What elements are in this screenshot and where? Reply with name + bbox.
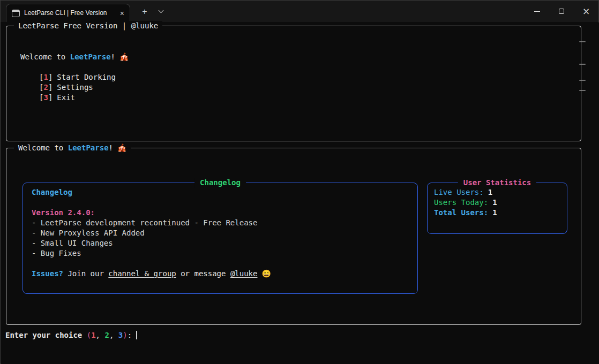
menu-label: Start Dorking: [57, 73, 116, 81]
close-button[interactable]: ×: [574, 1, 598, 22]
text-cursor: [136, 331, 137, 339]
stat-label: Live Users:: [434, 188, 484, 196]
circus-tent-emoji: 🎪: [117, 143, 126, 152]
menu-number: 1: [43, 73, 48, 81]
close-icon: ×: [582, 7, 590, 16]
console-app-icon: [12, 10, 20, 17]
menu-label: Settings: [57, 83, 93, 92]
choice-3: 3: [118, 331, 123, 339]
menu-label: Exit: [57, 93, 75, 102]
tab-leetparse-cli[interactable]: LeetParse CLI | Free Version | (×: [6, 4, 130, 22]
changelog-item: - LeetParse development recontinued - Fr…: [32, 218, 271, 228]
menu-item-exit: [3]Exit: [39, 93, 129, 103]
minimize-button[interactable]: [525, 1, 549, 22]
stats-box-title: User Statistics: [458, 178, 536, 188]
maximize-icon: [559, 9, 564, 14]
welcome-line: Welcome to LeetParse!🎪: [20, 52, 129, 62]
terminal-window: LeetParse CLI | Free Version | (× + × Le…: [0, 0, 599, 364]
stat-label: Users Today:: [434, 198, 488, 207]
panel-main-menu-title: LeetParse Free Version | @luuke: [14, 21, 162, 31]
panel-welcome: Welcome to LeetParse!🎪 Changelog Changel…: [6, 148, 581, 325]
stat-total-users: Total Users:1: [434, 208, 497, 218]
changelog-version: Version 2.4.0:: [32, 208, 271, 218]
brand-name: LeetParse: [68, 143, 109, 152]
new-tab-button[interactable]: +: [138, 5, 152, 18]
luuke-link[interactable]: @luuke: [230, 269, 258, 278]
chevron-down-icon: [158, 8, 163, 13]
issues-label: Issues?: [32, 269, 63, 278]
channel-group-link[interactable]: channel & group: [108, 269, 176, 278]
scrollbar-mark: [579, 41, 586, 42]
tab-dropdown-button[interactable]: [154, 5, 168, 18]
changelog-box: Changelog Changelog Version 2.4.0: - Lee…: [23, 183, 418, 294]
changelog-item: - Small UI Changes: [32, 238, 271, 248]
main-menu: [1]Start Dorking [2]Settings [3]Exit: [39, 72, 129, 103]
stat-label: Total Users:: [434, 208, 488, 217]
panel-main-menu: LeetParse Free Version | @luuke Welcome …: [6, 26, 581, 141]
maximize-button[interactable]: [549, 1, 574, 22]
stat-value: 1: [488, 188, 492, 196]
changelog-item: - New Proxyless API Added: [32, 228, 271, 238]
changelog-box-title: Changelog: [194, 178, 246, 188]
brand-name: LeetParse: [70, 52, 111, 61]
user-statistics-box: User Statistics Live Users:1 Users Today…: [427, 183, 567, 234]
grinning-face-emoji: 😄: [261, 269, 271, 278]
changelog-heading: Changelog: [32, 187, 271, 198]
menu-number: 3: [43, 93, 48, 102]
menu-item-start-dorking: [1]Start Dorking: [39, 72, 129, 82]
stat-value: 1: [492, 208, 497, 217]
changelog-item: - Bug Fixes: [32, 248, 271, 259]
menu-item-settings: [2]Settings: [39, 82, 129, 93]
prompt-text: Enter your choice: [5, 331, 87, 339]
stat-value: 1: [492, 198, 497, 207]
stat-users-today: Users Today:1: [434, 198, 497, 208]
panel-welcome-title: Welcome to LeetParse!🎪: [14, 143, 131, 153]
minimize-icon: [534, 11, 540, 12]
scrollbar-mark: [579, 64, 586, 65]
titlebar: LeetParse CLI | Free Version | (× + ×: [1, 1, 598, 22]
tab-title: LeetParse CLI | Free Version | (: [24, 8, 109, 18]
circus-tent-emoji: 🎪: [119, 52, 129, 61]
scrollbar-mark: [579, 90, 586, 91]
choice-2: 2: [104, 331, 109, 339]
menu-number: 2: [43, 83, 48, 92]
changelog-issues-line: Issues? Join our channel & group or mess…: [32, 269, 271, 279]
stat-live-users: Live Users:1: [434, 187, 497, 198]
choice-1: 1: [91, 331, 95, 339]
terminal-content[interactable]: LeetParse Free Version | @luuke Welcome …: [1, 22, 599, 364]
tab-close-icon[interactable]: ×: [120, 10, 124, 17]
prompt-line[interactable]: Enter your choice (1, 2, 3):: [5, 330, 137, 340]
scrollbar-mark: [579, 80, 586, 81]
